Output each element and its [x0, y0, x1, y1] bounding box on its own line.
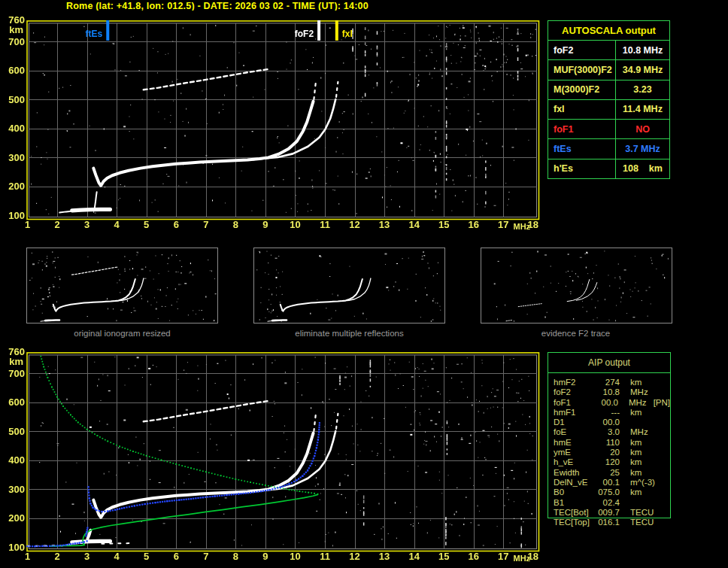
aip-value: 009.7	[595, 508, 620, 518]
thumbnail-original-canvas	[28, 249, 217, 322]
aip-param: B1	[554, 498, 595, 508]
thumbnail-caption-evidence: evidence F2 trace	[480, 329, 672, 338]
aip-unit: TECU	[630, 518, 654, 527]
aip-param: D1	[554, 418, 595, 427]
aip-param: B0	[554, 488, 595, 497]
top-ionogram-canvas	[0, 11, 544, 236]
aip-unit: MHz	[630, 387, 648, 397]
autoscala-row-ftEs: ftEs 3.7 MHz	[548, 139, 669, 159]
aip-table-rows: hmF2274km foF210.8MHz foF100.0MHz[PN] hm…	[548, 373, 670, 527]
aip-unit: TECU	[630, 508, 654, 518]
aip-value: 00.0	[594, 398, 618, 408]
aip-table-title: AIP output	[548, 353, 670, 373]
page-title: Rome (lat: +41.8, lon: 012.5) - DATE: 20…	[66, 1, 369, 11]
aip-row-TEC-Bot: TEC[Bot]009.7TECU	[554, 508, 670, 518]
thumbnail-eliminate-reflections	[253, 248, 445, 323]
autoscala-row-value: 10.8 MHz	[616, 41, 669, 59]
aip-param: TEC[Top]	[554, 518, 595, 527]
autoscala-row-value: NO	[616, 120, 669, 138]
aip-value: 120	[595, 457, 620, 467]
autoscala-output-table: AUTOSCALA output foF2 10.8 MHz MUF(3000)…	[548, 20, 670, 179]
autoscala-row-MUF3000F2: MUF(3000)F2 34.9 MHz	[548, 60, 669, 80]
autoscala-row-value: 11.4 MHz	[616, 100, 669, 119]
aip-value: 00.0	[595, 418, 620, 427]
autoscala-row-value: 3.7 MHz	[616, 139, 669, 158]
aip-value: 016.1	[595, 518, 620, 527]
thumbnail-evidence-f2	[481, 248, 672, 323]
aip-param: ymE	[554, 448, 595, 457]
aip-unit: km	[630, 457, 642, 467]
aip-param: foE	[554, 427, 595, 437]
aip-row-foE: foE3.0MHz	[554, 427, 670, 437]
autoscala-row-label: ftEs	[548, 139, 616, 158]
aip-unit: km	[630, 488, 642, 497]
thumbnail-evidence-canvas	[482, 249, 671, 322]
aip-param: foF1	[554, 398, 594, 408]
aip-value: 10.8	[595, 387, 620, 397]
aip-note: [PN]	[654, 398, 670, 408]
aip-unit: MHz	[629, 398, 647, 408]
aip-param: DelN_vE	[554, 478, 595, 488]
aip-row-ymE: ymE20km	[554, 448, 670, 457]
autoscala-row-label: fxI	[548, 100, 616, 119]
autoscala-table-title: AUTOSCALA output	[548, 21, 669, 41]
autoscala-row-label: M(3000)F2	[548, 80, 616, 99]
aip-row-hmE: hmE110km	[554, 438, 670, 448]
aip-row-foF1: foF100.0MHz[PN]	[554, 398, 670, 408]
aip-value: 3.0	[595, 427, 620, 437]
aip-value: 075.0	[595, 488, 620, 497]
autoscala-row-label: MUF(3000)F2	[548, 60, 616, 79]
aip-row-TEC-Top: TEC[Top]016.1TECU	[554, 518, 670, 527]
autoscala-row-fxI: fxI 11.4 MHz	[548, 100, 669, 120]
autoscala-row-label: foF1	[548, 120, 616, 138]
aip-unit: km	[630, 408, 642, 418]
autoscala-row-foF2: foF2 10.8 MHz	[548, 41, 669, 60]
autoscala-window: Rome (lat: +41.8, lon: 012.5) - DATE: 20…	[0, 0, 728, 568]
thumbnail-caption-eliminate: eliminate multiple reflections	[253, 329, 445, 338]
aip-value: 00.1	[595, 478, 620, 488]
aip-unit: km	[630, 378, 642, 387]
aip-unit: km	[630, 438, 642, 448]
aip-row-Ewidth: Ewidth25km	[554, 468, 670, 478]
autoscala-row-label: h'Es	[548, 159, 616, 178]
aip-value: ---	[595, 408, 620, 418]
aip-row-D1: D100.0	[554, 418, 670, 427]
aip-row-hmF1: hmF1---km	[554, 408, 670, 418]
aip-unit: km	[630, 448, 642, 457]
aip-param: h_vE	[554, 457, 595, 467]
autoscala-row-value: 3.23	[616, 80, 669, 99]
aip-param: hmF2	[554, 378, 595, 387]
aip-param: Ewidth	[554, 468, 595, 478]
autoscala-row-foF1: foF1 NO	[548, 120, 669, 139]
bottom-ionogram-canvas	[0, 343, 544, 568]
aip-row-B1: B102.4	[554, 498, 670, 508]
autoscala-row-M3000F2: M(3000)F2 3.23	[548, 80, 669, 100]
autoscala-row-value: 108 km	[616, 159, 669, 178]
aip-row-h_vE: h_vE120km	[554, 457, 670, 467]
aip-value: 110	[595, 438, 620, 448]
aip-row-B0: B0075.0km	[554, 488, 670, 497]
thumbnail-caption-original: original ionogram resized	[26, 329, 218, 338]
aip-output-table: AIP output hmF2274km foF210.8MHz foF100.…	[548, 352, 671, 518]
aip-unit: km	[630, 468, 642, 478]
autoscala-row-value: 34.9 MHz	[616, 60, 669, 79]
thumbnail-eliminate-canvas	[255, 249, 444, 322]
aip-param: hmE	[554, 438, 595, 448]
aip-value: 20	[595, 448, 620, 457]
aip-value: 02.4	[595, 498, 620, 508]
aip-param: foF2	[554, 387, 595, 397]
autoscala-row-label: foF2	[548, 41, 616, 59]
aip-value: 25	[595, 468, 620, 478]
thumbnail-original-ionogram	[26, 248, 218, 323]
aip-value: 274	[595, 378, 620, 387]
aip-unit: m^(-3)	[630, 478, 655, 488]
autoscala-row-hEs: h'Es 108 km	[548, 159, 669, 178]
aip-row-foF2: foF210.8MHz	[554, 387, 670, 397]
aip-unit: MHz	[630, 427, 648, 437]
aip-param: hmF1	[554, 408, 595, 418]
aip-row-DelN_vE: DelN_vE00.1m^(-3)	[554, 478, 670, 488]
aip-param: TEC[Bot]	[554, 508, 595, 518]
aip-row-hmF2: hmF2274km	[554, 378, 670, 387]
